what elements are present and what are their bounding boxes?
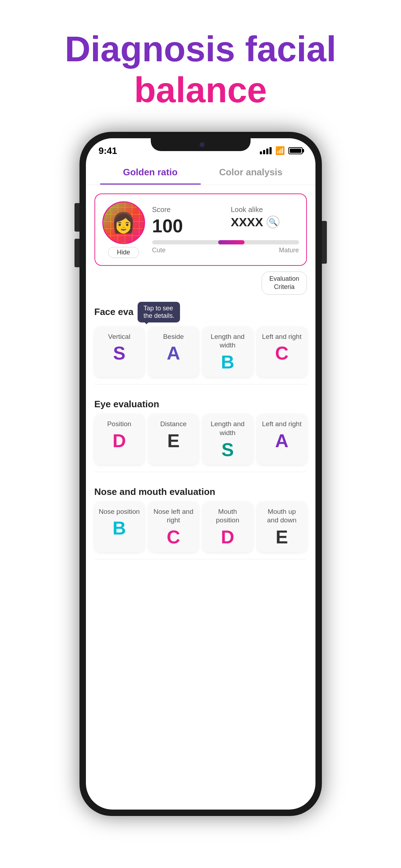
- eval-criteria-wrap: Evaluation Criteria: [86, 266, 315, 295]
- hero-title: Diagnosis facial balance: [0, 0, 401, 132]
- grade-letter-distance: E: [153, 432, 194, 450]
- face-evaluation-header: Face eva Tap to seethe details.: [86, 295, 315, 327]
- grade-label-vertical: Vertical: [99, 332, 140, 341]
- lookalike-label: Look alike: [231, 206, 299, 214]
- grade-letter-mouth-position: D: [207, 528, 248, 546]
- divider-1: [94, 384, 307, 384]
- score-col: Score 100: [152, 206, 220, 237]
- grade-card-eye-left-right[interactable]: Left and right A: [257, 414, 307, 464]
- grade-label-mouth-up-down: Mouth up and down: [261, 507, 303, 525]
- eye-evaluation-label: Eye evaluation: [94, 399, 159, 410]
- power-button[interactable]: [322, 221, 327, 264]
- eye-evaluation-grid: Position D Distance E Length and width S…: [86, 414, 315, 471]
- grade-card-eye-length-width[interactable]: Length and width S: [203, 414, 253, 464]
- grade-letter-vertical: S: [99, 344, 140, 362]
- grade-label-distance: Distance: [153, 420, 194, 429]
- grade-letter-beside: A: [153, 344, 194, 362]
- cute-mature-bar: Cute Mature: [152, 240, 299, 254]
- phone-screen: 9:41 📶 Golden ratio Color analysis: [86, 138, 315, 810]
- grade-card-length-width[interactable]: Length and width B: [203, 327, 253, 377]
- grade-label-eye-length-width: Length and width: [207, 420, 248, 437]
- eye-evaluation-header: Eye evaluation: [86, 392, 315, 414]
- grade-card-mouth-position[interactable]: Mouth position D: [203, 502, 253, 552]
- grade-letter-eye-left-right: A: [261, 432, 303, 450]
- search-button[interactable]: 🔍: [267, 216, 279, 228]
- nose-mouth-evaluation-label: Nose and mouth evaluation: [94, 486, 216, 497]
- avatar-container: 👩 Hide: [102, 201, 145, 258]
- grade-card-beside[interactable]: Beside A: [149, 327, 199, 377]
- front-camera: [200, 142, 205, 147]
- signal-icon: [260, 147, 272, 154]
- grade-letter-mouth-up-down: E: [261, 528, 303, 546]
- tab-color-analysis[interactable]: Color analysis: [201, 167, 301, 185]
- score-info: Score 100 Look alike XXXX 🔍: [152, 206, 299, 254]
- grade-card-nose-left-right[interactable]: Nose left and right C: [149, 502, 199, 552]
- lookalike-row: XXXX 🔍: [231, 215, 299, 229]
- grade-letter-length-width: B: [207, 353, 248, 371]
- cute-label: Cute: [152, 247, 166, 254]
- nose-mouth-evaluation-grid: Nose position B Nose left and right C Mo…: [86, 502, 315, 559]
- grade-letter-nose-position: B: [99, 519, 140, 537]
- tooltip-bubble: Tap to seethe details.: [138, 302, 180, 322]
- bar-track: [152, 240, 299, 244]
- battery-icon: [288, 147, 303, 154]
- grade-card-nose-position[interactable]: Nose position B: [94, 502, 144, 552]
- hide-button[interactable]: Hide: [108, 247, 139, 258]
- status-icons: 📶: [260, 146, 303, 155]
- tab-bar: Golden ratio Color analysis: [86, 160, 315, 185]
- grade-card-distance[interactable]: Distance E: [149, 414, 199, 464]
- grade-label-beside: Beside: [153, 332, 194, 341]
- score-value: 100: [152, 215, 220, 237]
- phone-frame: 9:41 📶 Golden ratio Color analysis: [79, 132, 322, 816]
- grade-letter-eye-length-width: S: [207, 440, 248, 459]
- grade-label-position: Position: [99, 420, 140, 429]
- grade-card-vertical[interactable]: Vertical S: [94, 327, 144, 377]
- volume-down-button[interactable]: [74, 239, 79, 267]
- hero-title-pink: balance: [134, 70, 267, 110]
- grade-card-mouth-up-down[interactable]: Mouth up and down E: [257, 502, 307, 552]
- lookalike-value: XXXX: [231, 215, 263, 229]
- grade-card-left-right[interactable]: Left and right C: [257, 327, 307, 377]
- avatar: 👩: [102, 201, 145, 244]
- face-evaluation-grid: Vertical S Beside A Length and width B L…: [86, 327, 315, 384]
- score-row: Score 100 Look alike XXXX 🔍: [152, 206, 299, 237]
- bar-fill: [218, 240, 245, 244]
- grade-letter-position: D: [99, 432, 140, 450]
- face-evaluation-label: Face eva: [94, 306, 134, 317]
- volume-up-button[interactable]: [74, 203, 79, 232]
- grade-label-left-right: Left and right: [261, 332, 303, 341]
- notch: [151, 138, 251, 151]
- bar-labels: Cute Mature: [152, 247, 299, 254]
- grade-letter-nose-left-right: C: [153, 528, 194, 546]
- hero-title-purple: Diagnosis facial: [65, 29, 336, 69]
- wifi-icon: 📶: [275, 146, 285, 155]
- lookalike-col: Look alike XXXX 🔍: [231, 206, 299, 237]
- tab-golden-ratio[interactable]: Golden ratio: [100, 167, 201, 185]
- nose-mouth-evaluation-header: Nose and mouth evaluation: [86, 479, 315, 502]
- grade-label-nose-position: Nose position: [99, 507, 140, 516]
- grade-card-position[interactable]: Position D: [94, 414, 144, 464]
- evaluation-criteria-button[interactable]: Evaluation Criteria: [262, 272, 307, 295]
- score-card: 👩 Hide Score 100 Look alike XXXX 🔍: [94, 193, 307, 266]
- avatar-face-icon: 👩: [111, 211, 136, 234]
- divider-2: [94, 472, 307, 472]
- status-time: 9:41: [99, 145, 117, 156]
- divider-3: [94, 559, 307, 559]
- grade-letter-left-right: C: [261, 344, 303, 362]
- grade-label-length-width: Length and width: [207, 332, 248, 350]
- grade-label-eye-left-right: Left and right: [261, 420, 303, 429]
- grade-label-mouth-position: Mouth position: [207, 507, 248, 525]
- grade-label-nose-left-right: Nose left and right: [153, 507, 194, 525]
- score-label: Score: [152, 206, 220, 214]
- mature-label: Mature: [279, 247, 299, 254]
